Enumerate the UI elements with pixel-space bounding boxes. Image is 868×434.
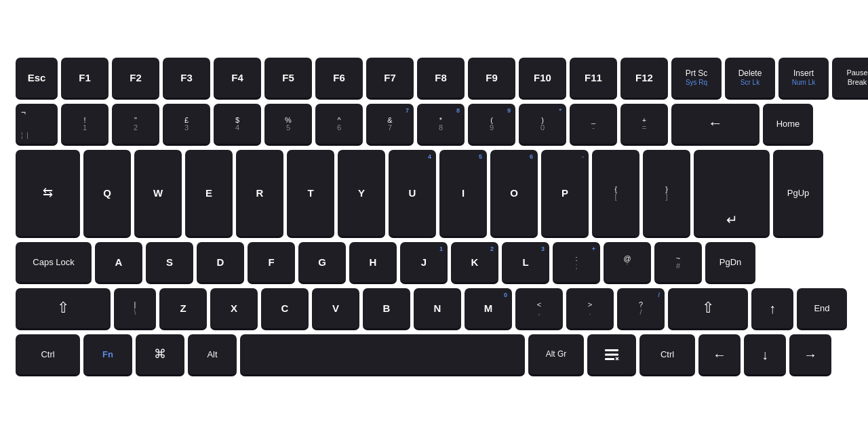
key-fn[interactable]: Fn	[83, 334, 132, 376]
key-f11[interactable]: F11	[570, 58, 617, 100]
key-1[interactable]: ! 1	[61, 104, 108, 146]
key-g[interactable]: G	[298, 242, 346, 284]
key-home[interactable]: Home	[763, 104, 813, 146]
key-f7[interactable]: F7	[366, 58, 414, 100]
number-row: ¬ ¦ | ! 1 " 2 £ 3 $ 4 % 5 ^ 6 7 &	[16, 104, 852, 146]
key-backtick[interactable]: ¬ ¦ |	[16, 104, 58, 146]
key-end[interactable]: End	[797, 288, 847, 330]
key-lbrace[interactable]: { [	[592, 150, 639, 238]
key-s[interactable]: S	[146, 242, 193, 284]
key-4[interactable]: $ 4	[214, 104, 261, 146]
key-minus[interactable]: _ -	[570, 104, 617, 146]
key-l[interactable]: 3L	[502, 242, 549, 284]
key-menu[interactable]	[587, 334, 636, 376]
key-m[interactable]: 0M	[465, 288, 512, 330]
key-q[interactable]: Q	[83, 150, 131, 238]
key-u[interactable]: 4U	[389, 150, 436, 238]
key-h[interactable]: H	[349, 242, 397, 284]
key-backslash[interactable]: | \	[114, 288, 156, 330]
function-row: Esc F1 F2 F3 F4 F5 F6 F7 F8 F9 F10 F11 F…	[16, 58, 852, 100]
key-f3[interactable]: F3	[163, 58, 210, 100]
key-7[interactable]: 7 & 7	[366, 104, 414, 146]
key-prtsc[interactable]: Prt ScSys Rq	[671, 58, 722, 100]
svg-rect-1	[605, 353, 618, 355]
key-uparrow[interactable]: ↑	[751, 288, 793, 330]
key-equals[interactable]: + =	[620, 104, 668, 146]
key-rshift[interactable]: ⇧	[668, 288, 748, 330]
keyboard: Esc F1 F2 F3 F4 F5 F6 F7 F8 F9 F10 F11 F…	[3, 45, 865, 389]
key-f10[interactable]: F10	[519, 58, 566, 100]
key-j[interactable]: 1J	[400, 242, 448, 284]
key-8[interactable]: 8 * 8	[417, 104, 465, 146]
key-f9[interactable]: F9	[468, 58, 515, 100]
zxcv-row: ⇧ | \ Z X C V B N 0M < , > . / ? / ⇧ ↑ E…	[16, 288, 852, 330]
key-a[interactable]: A	[95, 242, 142, 284]
key-rightarrow[interactable]: →	[789, 334, 831, 376]
key-hash[interactable]: ~ #	[654, 242, 702, 284]
key-slash[interactable]: / ? /	[617, 288, 665, 330]
key-r[interactable]: R	[236, 150, 283, 238]
key-lshift[interactable]: ⇧	[16, 288, 111, 330]
key-backspace[interactable]: ←	[671, 104, 760, 146]
key-t[interactable]: T	[287, 150, 334, 238]
key-e[interactable]: E	[185, 150, 233, 238]
key-pause[interactable]: Pause Break	[832, 58, 868, 100]
key-lalt[interactable]: Alt	[188, 334, 237, 376]
key-downarrow[interactable]: ↓	[744, 334, 786, 376]
asdf-row: Caps Lock A S D F G H 1J 2K 3L + : ; @ '…	[16, 242, 852, 284]
key-x[interactable]: X	[210, 288, 258, 330]
key-f4[interactable]: F4	[214, 58, 261, 100]
key-3[interactable]: £ 3	[163, 104, 210, 146]
key-f5[interactable]: F5	[264, 58, 312, 100]
key-f[interactable]: F	[248, 242, 295, 284]
key-capslock[interactable]: Caps Lock	[16, 242, 92, 284]
key-lctrl[interactable]: Ctrl	[16, 334, 80, 376]
key-w[interactable]: W	[134, 150, 182, 238]
key-comma[interactable]: < ,	[515, 288, 563, 330]
key-enter[interactable]: ↵	[694, 150, 770, 238]
key-pgup[interactable]: PgUp	[773, 150, 823, 238]
key-0[interactable]: * ) 0	[519, 104, 566, 146]
key-c[interactable]: C	[261, 288, 309, 330]
key-z[interactable]: Z	[159, 288, 207, 330]
key-f1[interactable]: F1	[61, 58, 108, 100]
key-b[interactable]: B	[363, 288, 410, 330]
key-f8[interactable]: F8	[417, 58, 465, 100]
key-f2[interactable]: F2	[112, 58, 159, 100]
key-v[interactable]: V	[312, 288, 359, 330]
key-cmd[interactable]: ⌘	[136, 334, 184, 376]
key-y[interactable]: Y	[338, 150, 385, 238]
key-f12[interactable]: F12	[620, 58, 668, 100]
key-insert[interactable]: InsertNum Lk	[778, 58, 829, 100]
key-f6[interactable]: F6	[315, 58, 363, 100]
svg-rect-2	[605, 358, 614, 360]
key-2[interactable]: " 2	[112, 104, 159, 146]
key-k[interactable]: 2K	[451, 242, 498, 284]
key-altgr[interactable]: Alt Gr	[528, 334, 584, 376]
key-d[interactable]: D	[197, 242, 244, 284]
key-9[interactable]: 9 ( 9	[468, 104, 515, 146]
pgdn-key-placeholder: PgDn	[705, 242, 755, 284]
key-5[interactable]: % 5	[264, 104, 312, 146]
key-o[interactable]: 6O	[490, 150, 538, 238]
key-rbrace[interactable]: } ]	[643, 150, 690, 238]
key-space[interactable]	[240, 334, 525, 376]
bottom-row: Ctrl Fn ⌘ Alt Alt Gr Ctrl ← ↓ →	[16, 334, 852, 376]
svg-rect-0	[605, 349, 618, 351]
key-period[interactable]: > .	[566, 288, 614, 330]
key-n[interactable]: N	[414, 288, 461, 330]
key-pgdn[interactable]: PgDn	[705, 242, 755, 284]
key-quote[interactable]: @ '	[604, 242, 651, 284]
key-leftarrow[interactable]: ←	[698, 334, 741, 376]
key-delete[interactable]: DeleteScr Lk	[725, 58, 775, 100]
key-tab[interactable]: ⇆	[16, 150, 80, 238]
qwerty-row: ⇆ Q W E R T Y 4U 5I 6O -P { [ } ] ↵ PgUp	[16, 150, 852, 238]
key-p[interactable]: -P	[541, 150, 589, 238]
key-6[interactable]: ^ 6	[315, 104, 363, 146]
key-esc[interactable]: Esc	[16, 58, 58, 100]
key-i[interactable]: 5I	[439, 150, 487, 238]
key-rctrl[interactable]: Ctrl	[639, 334, 695, 376]
key-semicolon[interactable]: + : ;	[553, 242, 600, 284]
